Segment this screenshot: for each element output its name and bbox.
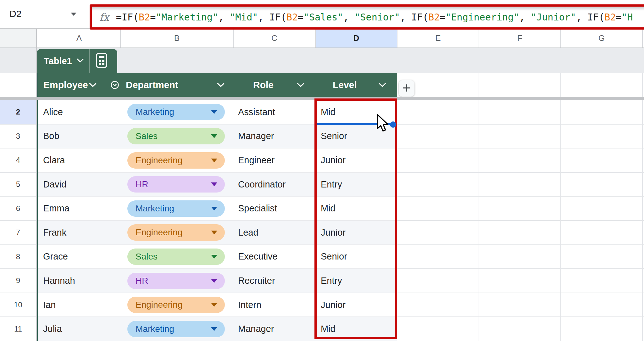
cell-employee[interactable]: Frank (43, 221, 66, 245)
department-chip-label: Engineering (136, 300, 211, 310)
formula-token-default: = (616, 12, 621, 23)
column-menu-chevron-icon[interactable] (89, 82, 97, 89)
department-chip-dropdown-icon[interactable] (211, 279, 217, 283)
department-chip-dropdown-icon[interactable] (211, 207, 217, 210)
column-header-divider (560, 30, 561, 48)
department-chip-dropdown-icon[interactable] (211, 110, 217, 114)
cell-department-chip[interactable]: Marketing (127, 104, 225, 120)
cell-role[interactable]: Lead (238, 221, 258, 245)
row-header-10[interactable]: 10 (0, 293, 36, 317)
department-chip-dropdown-icon[interactable] (211, 134, 217, 138)
column-menu-chevron-icon[interactable] (217, 82, 225, 89)
cell-department-chip[interactable]: HR (127, 273, 225, 289)
department-chip-dropdown-icon[interactable] (211, 327, 217, 331)
level-column-annotation-rectangle (314, 98, 397, 339)
cell-department-chip[interactable]: Engineering (127, 224, 225, 241)
column-header-E[interactable]: E (397, 29, 479, 48)
department-chip-label: Marketing (136, 324, 211, 334)
cell-department-chip[interactable]: HR (127, 176, 225, 193)
formula-bar[interactable]: fx =IF(B2="Marketing", "Mid", IF(B2="Sal… (90, 4, 644, 30)
vertical-gridline (642, 73, 643, 341)
formula-token-default: , (218, 12, 230, 23)
column-header-divider (233, 30, 234, 48)
table-header-level: Level (333, 73, 357, 97)
department-chip-dropdown-icon[interactable] (211, 182, 217, 186)
cell-employee[interactable]: Grace (43, 245, 68, 269)
department-chip-label: Marketing (136, 107, 211, 117)
row-header-11[interactable]: 11 (0, 317, 36, 341)
column-header-B[interactable]: B (120, 29, 233, 48)
cell-employee[interactable]: David (43, 172, 66, 197)
column-header-F[interactable]: F (479, 29, 561, 48)
department-chip-label: Marketing (136, 204, 211, 214)
column-menu-chevron-icon[interactable] (378, 82, 386, 89)
header-strip-border (0, 48, 644, 48)
cell-employee[interactable]: Alice (43, 100, 63, 124)
formula-token-str: "H (621, 12, 633, 23)
column-header-A[interactable]: A (38, 29, 120, 48)
row-header-3[interactable]: 3 (0, 124, 36, 148)
cell-department-chip[interactable]: Marketing (127, 200, 225, 217)
cell-employee[interactable]: Julia (43, 317, 62, 341)
name-box[interactable]: D2 (0, 0, 85, 28)
department-chip-dropdown-icon[interactable] (211, 255, 217, 259)
column-menu-chevron-icon[interactable] (297, 82, 305, 89)
row-header-6[interactable]: 6 (0, 196, 36, 221)
department-chip-dropdown-icon[interactable] (211, 303, 217, 307)
add-column-button[interactable]: + (399, 80, 414, 97)
cell-role[interactable]: Assistant (238, 100, 275, 124)
cell-role[interactable]: Coordinator (238, 172, 286, 197)
cell-role[interactable]: Engineer (238, 148, 275, 172)
vertical-gridline (560, 73, 561, 341)
cell-employee[interactable]: Hannah (43, 269, 75, 293)
row-header-4[interactable]: 4 (0, 148, 36, 172)
column-header-divider (479, 30, 479, 48)
mouse-cursor (376, 114, 390, 134)
row-header-8[interactable]: 8 (0, 245, 36, 269)
table-header-role: Role (253, 73, 274, 97)
cell-role[interactable]: Manager (238, 317, 274, 341)
table-left-border (37, 73, 38, 341)
department-chip-label: Sales (136, 131, 211, 141)
cell-role[interactable]: Specialist (238, 196, 277, 221)
chevron-down-icon[interactable] (76, 58, 84, 64)
formula-token-default: = (298, 12, 303, 23)
department-chip-label: HR (136, 276, 211, 286)
department-chip-dropdown-icon[interactable] (211, 159, 217, 162)
column-header-D[interactable]: D (315, 29, 397, 48)
name-box-dropdown-icon[interactable] (71, 13, 76, 16)
cell-role[interactable]: Executive (238, 245, 278, 269)
formula-text[interactable]: =IF(B2="Marketing", "Mid", IF(B2="Sales"… (116, 12, 633, 23)
column-header-divider (397, 30, 397, 48)
cell-department-chip[interactable]: Sales (127, 128, 225, 144)
row-header-2[interactable]: 2 (0, 100, 36, 124)
row-header-7[interactable]: 7 (0, 221, 36, 245)
cell-department-chip[interactable]: Engineering (127, 297, 225, 313)
column-header-C[interactable]: C (233, 29, 315, 48)
cell-role[interactable]: Intern (238, 293, 261, 317)
cell-department-chip[interactable]: Engineering (127, 152, 225, 169)
cell-employee[interactable]: Bob (43, 124, 59, 148)
cell-employee[interactable]: Clara (43, 148, 65, 172)
cell-employee[interactable]: Ian (43, 293, 56, 317)
table-header-department: Department (126, 73, 178, 97)
formula-token-default: , IF( (258, 12, 286, 23)
formula-token-default: , (343, 12, 354, 23)
cell-department-chip[interactable]: Sales (127, 249, 225, 265)
row-header-9[interactable]: 9 (0, 269, 36, 293)
column-header-G[interactable]: G (561, 29, 642, 48)
table-name-chip[interactable]: Table1 (37, 49, 117, 73)
select-all-corner[interactable] (0, 28, 36, 48)
formula-token-default: = (440, 12, 445, 23)
cell-role[interactable]: Recruiter (238, 269, 275, 293)
fill-handle[interactable] (390, 121, 396, 128)
cell-employee[interactable]: Emma (43, 196, 69, 221)
department-chip-dropdown-icon[interactable] (211, 231, 217, 234)
department-chip-label: Engineering (136, 155, 211, 165)
row-header-5[interactable]: 5 (0, 172, 36, 197)
cell-role[interactable]: Manager (238, 124, 274, 148)
formula-token-default: , IF( (576, 12, 604, 23)
dropdown-chip-column-icon (110, 80, 120, 92)
table-grid-icon[interactable] (95, 53, 108, 70)
cell-department-chip[interactable]: Marketing (127, 321, 225, 337)
